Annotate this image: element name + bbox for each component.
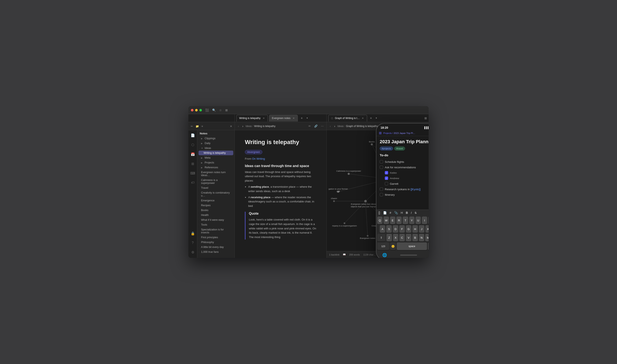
key-f[interactable]: F [399,225,405,233]
tab-writing-telepathy[interactable]: Writing is telepathy ✕ [236,115,268,122]
graph-icon[interactable]: ⬡ [190,142,195,148]
checkbox-schedule-flights[interactable] [380,160,383,163]
checkbox-itinerary[interactable] [380,193,383,196]
vault-icon[interactable]: 🔒 [190,231,196,236]
key-space[interactable]: space [397,242,427,250]
tag-projects[interactable]: #projects [380,147,393,150]
tab-add-button-2[interactable]: + [368,116,374,121]
close-button[interactable] [191,109,194,111]
phone-content[interactable]: 2023 Japan Trip Planning #projects #trav… [376,136,429,210]
checkbox-garrett[interactable] [385,182,388,185]
layout-icon-2[interactable]: ⊞ [424,117,427,120]
sidebar-item-meta[interactable]: ▶ Meta [198,156,233,160]
node-evergreen-simple[interactable] [367,235,368,237]
checkbox-andrew[interactable] [385,177,388,180]
tab-add-button[interactable]: + [299,116,304,121]
checkbox-keiko[interactable] [385,171,388,174]
tag-travel[interactable]: #travel [394,147,405,150]
todo-schedule-flights[interactable]: Schedule flights [380,159,429,165]
todo-garrett[interactable]: Garrett [380,181,429,186]
key-s[interactable]: S [386,225,392,233]
sort-icon[interactable]: ≡ [201,124,204,129]
sidebar-item-travel[interactable]: Travel [198,186,233,190]
key-shift[interactable]: ⇧ [377,234,385,241]
link-icon[interactable]: 🔗 [314,124,318,128]
sidebar-item-first-principles[interactable]: First principles [198,235,233,240]
key-h[interactable]: H [412,225,418,233]
key-i[interactable]: I [422,217,427,224]
more-icon[interactable]: ⋯ [320,124,324,128]
key-n[interactable]: N [419,234,424,241]
sidebar-item-emergence[interactable]: Emergence [198,198,233,203]
todo-itinerary[interactable]: Itinerary [380,192,429,197]
key-k[interactable]: K [425,225,429,233]
kb-attach-icon[interactable]: 📎 [394,211,398,214]
key-b[interactable]: B [412,234,418,241]
sidebar-item-1000-fans[interactable]: 1,000 true fans [198,250,233,254]
breadcrumb-ideas[interactable]: Ideas [246,125,252,128]
new-note-icon[interactable]: ✏ [190,124,194,129]
key-a[interactable]: A [380,225,385,233]
key-v[interactable]: V [406,234,411,241]
tags-icon[interactable]: 🏷 [190,180,196,186]
sidebar-item-specialization[interactable]: Specialization is for insects [198,227,233,235]
forward-arrow[interactable]: › [241,124,244,129]
kb-header-icon[interactable]: H [401,211,403,214]
tab-close-icon[interactable]: ✕ [292,117,295,120]
blocks-icon[interactable]: ⊞ [190,161,195,167]
forward-arrow-graph[interactable]: › [333,124,336,129]
evergreen-tag[interactable]: #evergreen [245,150,262,154]
todo-keiko[interactable]: Keiko [380,170,429,175]
sidebar-item-references[interactable]: ▶ References [198,165,233,170]
sidebar-item-recipes[interactable]: Recipes [198,203,233,208]
sidebar-item-projects[interactable]: ▶ Projects [198,160,233,165]
sidebar-item-creativity[interactable]: Creativity is combinatory u… [198,190,233,198]
sidebar-item-calmness[interactable]: Calmness is a superpower [198,178,233,185]
breadcrumb-ideas-2[interactable]: Ideas [337,125,343,128]
phone-layout-icon[interactable]: ⊞ [379,131,382,135]
todo-andrew[interactable]: Andrew [380,175,429,181]
kb-strikethrough-icon[interactable]: S̶ [415,211,417,214]
key-c[interactable]: C [399,234,405,241]
key-w[interactable]: W [383,217,389,224]
layout-icon[interactable]: ⊞ [225,108,228,112]
kb-italic-icon[interactable]: I [411,211,412,214]
sidebar-item-tools[interactable]: Tools [198,222,233,227]
node-company[interactable] [344,222,345,224]
key-return[interactable]: return [428,242,429,250]
key-r[interactable]: R [396,217,402,224]
sidebar-item-writing-telepathy[interactable]: Writing is telepathy [198,151,233,155]
key-y[interactable]: Y [409,217,415,224]
kb-tag-icon[interactable]: # [390,211,391,214]
search-icon[interactable]: 🔍 [212,108,216,112]
kyoto-link[interactable]: [[Kyoto]] [410,188,420,191]
tab-chevron-icon-2[interactable]: ▾ [374,116,378,120]
sidebar-item-books[interactable]: Books [198,208,233,213]
back-arrow[interactable]: ‹ [237,124,240,129]
checkbox-ryokans[interactable] [380,187,383,191]
key-m[interactable]: M [425,234,429,241]
back-arrow-graph[interactable]: ‹ [329,124,332,129]
help-icon[interactable]: ? [191,240,195,246]
node-evergreen-transform[interactable] [364,200,367,202]
tab-close-icon[interactable]: ✕ [361,117,364,120]
key-j[interactable]: J [419,225,424,233]
tab-chevron-icon[interactable]: ▾ [305,116,309,120]
settings-icon[interactable]: ⚙ [190,249,195,255]
key-e[interactable]: E [390,217,395,224]
kb-bracket-icon[interactable]: [] [379,211,380,214]
note-editor[interactable]: Writing is telepathy #evergreen From On … [235,130,327,258]
kb-bold-icon[interactable]: B [406,211,408,214]
node-books[interactable] [371,143,373,145]
todo-research-ryokans[interactable]: Research ryokans in [[Kyoto]] [380,186,429,192]
tab-graph[interactable]: ⬡ Graph of Writing is t… ✕ [328,115,367,122]
sidebar-item-clippings[interactable]: ▶ Clippings [198,136,233,141]
sidebar-item-daily[interactable]: ▶ Daily [198,141,233,145]
star-icon[interactable]: ☆ [219,108,222,112]
key-emoji[interactable]: 😊 [390,242,396,250]
terminal-icon[interactable]: ⌨ [189,170,196,176]
key-123[interactable]: 123 [377,242,389,250]
tab-close-icon[interactable]: ✕ [262,117,265,120]
calendar-icon[interactable]: 📅 [190,151,196,157]
notes-icon[interactable]: 📄 [190,132,196,138]
